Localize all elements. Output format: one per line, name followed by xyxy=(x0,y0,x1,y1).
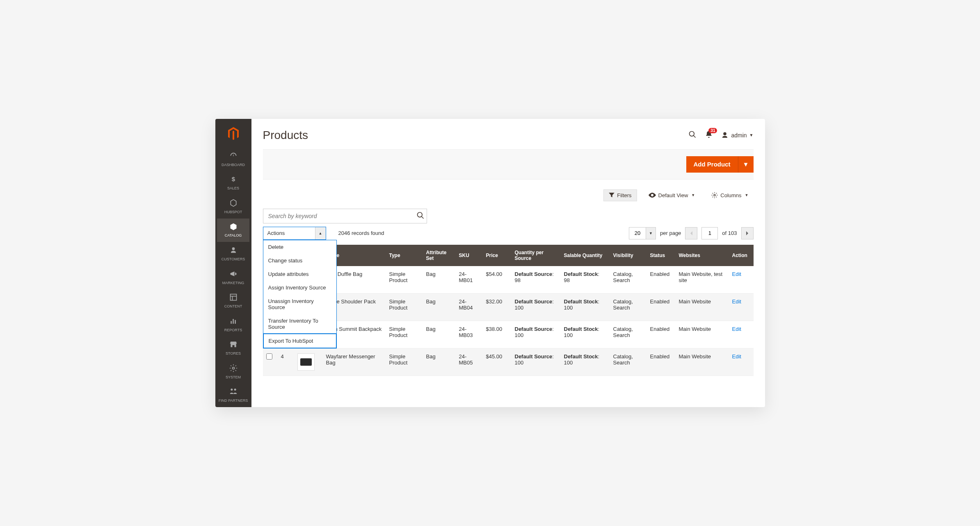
cell-visibility: Catalog, Search xyxy=(610,348,647,376)
actions-menu-item[interactable]: Export To HubSpot xyxy=(263,333,337,348)
add-product-dropdown[interactable]: ▼ xyxy=(738,156,754,173)
filters-button[interactable]: Filters xyxy=(603,189,637,201)
sidebar-item-catalog[interactable]: CATALOG xyxy=(217,219,250,242)
prev-page-button[interactable] xyxy=(685,227,697,239)
actions-dropdown[interactable]: Actions ▲ xyxy=(263,227,326,240)
notifications-icon[interactable]: 31 xyxy=(705,130,713,140)
edit-link[interactable]: Edit xyxy=(732,353,741,360)
cell-sku: 24-MB03 xyxy=(456,321,483,348)
sidebar-item-label: CATALOG xyxy=(225,233,242,238)
per-page-select[interactable]: ▼ xyxy=(629,227,656,239)
sidebar-item-marketing[interactable]: MARKETING xyxy=(217,266,250,289)
sidebar-item-sales[interactable]: $SALES xyxy=(217,171,250,195)
svg-line-12 xyxy=(421,216,423,219)
cell-type: Simple Product xyxy=(386,321,423,348)
sidebar-item-customers[interactable]: CUSTOMERS xyxy=(217,242,250,266)
columns-button[interactable]: Columns ▼ xyxy=(706,189,753,201)
megaphone-icon xyxy=(229,270,238,279)
column-header[interactable]: Websites xyxy=(676,245,729,266)
actions-menu-item[interactable]: Unassign Inventory Source xyxy=(263,294,336,314)
per-page-input[interactable] xyxy=(629,228,646,239)
chevron-down-icon: ▼ xyxy=(646,228,656,239)
gear-icon xyxy=(229,364,238,373)
edit-link[interactable]: Edit xyxy=(732,326,741,332)
sidebar: DASHBOARD$SALESHUBSPOTCATALOGCUSTOMERSMA… xyxy=(215,119,251,408)
cell-sku: 24-MB05 xyxy=(456,348,483,376)
row-checkbox[interactable] xyxy=(266,353,272,360)
gear-icon xyxy=(711,192,718,198)
search-submit-button[interactable] xyxy=(416,211,425,221)
per-page-label: per page xyxy=(660,230,681,236)
default-view-button[interactable]: Default View ▼ xyxy=(644,189,700,201)
cell-websites: Main Website xyxy=(676,348,729,376)
cell-status: Enabled xyxy=(647,348,676,376)
funnel-icon xyxy=(609,193,614,198)
svg-rect-5 xyxy=(233,319,234,324)
thumbnail xyxy=(297,353,315,371)
page-input[interactable] xyxy=(701,227,718,239)
sidebar-item-find-partners[interactable]: FIND PARTNERS xyxy=(217,384,250,408)
search-icon[interactable] xyxy=(688,130,697,140)
svg-text:$: $ xyxy=(231,175,235,182)
cell-salable-qty: Default Stock: 100 xyxy=(561,348,610,376)
partners-icon xyxy=(229,388,238,397)
sidebar-item-system[interactable]: SYSTEM xyxy=(217,360,250,384)
actions-menu-item[interactable]: Transfer Inventory To Source xyxy=(263,314,336,334)
column-header[interactable]: SKU xyxy=(456,245,483,266)
cell-qty-source: Default Source: 98 xyxy=(512,266,561,294)
column-header[interactable]: Salable Quantity xyxy=(561,245,610,266)
cell-price: $54.00 xyxy=(483,266,512,294)
search-icon xyxy=(416,211,425,219)
svg-line-9 xyxy=(694,135,696,137)
cell-websites: Main Website xyxy=(676,293,729,321)
svg-rect-6 xyxy=(235,320,236,323)
sidebar-item-label: DASHBOARD xyxy=(222,163,245,167)
sidebar-item-reports[interactable]: REPORTS xyxy=(217,313,250,337)
person-icon xyxy=(229,246,238,255)
actions-menu-item[interactable]: Update attributes xyxy=(263,267,336,281)
cell-qty-source: Default Source: 100 xyxy=(512,293,561,321)
column-header[interactable]: Status xyxy=(647,245,676,266)
column-header[interactable]: Price xyxy=(483,245,512,266)
column-header[interactable]: Quantity per Source xyxy=(512,245,561,266)
actions-menu-item[interactable]: Assign Inventory Source xyxy=(263,281,336,294)
search-input[interactable] xyxy=(263,209,427,223)
sidebar-item-content[interactable]: CONTENT xyxy=(217,289,250,313)
cell-status: Enabled xyxy=(647,321,676,348)
cell-sku: 24-MB04 xyxy=(456,293,483,321)
cell-salable-qty: Default Stock: 100 xyxy=(561,321,610,348)
sidebar-item-label: HUBSPOT xyxy=(224,210,242,214)
add-product-label: Add Product xyxy=(686,156,738,173)
edit-link[interactable]: Edit xyxy=(732,271,741,277)
user-menu[interactable]: admin ▼ xyxy=(721,132,753,139)
actions-menu-item[interactable]: Change status xyxy=(263,254,336,267)
edit-link[interactable]: Edit xyxy=(732,298,741,305)
cell-price: $32.00 xyxy=(483,293,512,321)
column-header[interactable]: Visibility xyxy=(610,245,647,266)
sidebar-item-label: STORES xyxy=(226,351,241,356)
records-found-label: 2046 records found xyxy=(338,230,384,236)
chevron-right-icon xyxy=(746,231,749,236)
main-content: Products 31 admin ▼ Add Product ▼ xyxy=(251,119,765,408)
next-page-button[interactable] xyxy=(741,227,754,239)
column-header[interactable]: Action xyxy=(729,245,754,266)
sidebar-item-dashboard[interactable]: DASHBOARD xyxy=(217,148,250,171)
sidebar-item-hubspot[interactable]: HUBSPOT xyxy=(217,195,250,219)
column-header[interactable]: Type xyxy=(386,245,423,266)
sidebar-item-label: CUSTOMERS xyxy=(222,257,245,262)
storefront-icon xyxy=(229,340,238,350)
cell-type: Simple Product xyxy=(386,348,423,376)
sidebar-item-label: FIND PARTNERS xyxy=(219,398,248,403)
notification-count-badge: 31 xyxy=(708,128,717,133)
eye-icon xyxy=(649,193,656,198)
svg-point-7 xyxy=(232,367,234,369)
actions-menu-item[interactable]: Delete xyxy=(263,240,336,254)
svg-point-10 xyxy=(714,194,715,196)
add-product-button[interactable]: Add Product ▼ xyxy=(686,156,754,173)
column-header[interactable]: Attribute Set xyxy=(423,245,456,266)
cell-type: Simple Product xyxy=(386,266,423,294)
cell-attribute-set: Bag xyxy=(423,293,456,321)
sidebar-item-stores[interactable]: STORES xyxy=(217,336,250,360)
bars-icon xyxy=(229,317,238,326)
cell-attribute-set: Bag xyxy=(423,348,456,376)
